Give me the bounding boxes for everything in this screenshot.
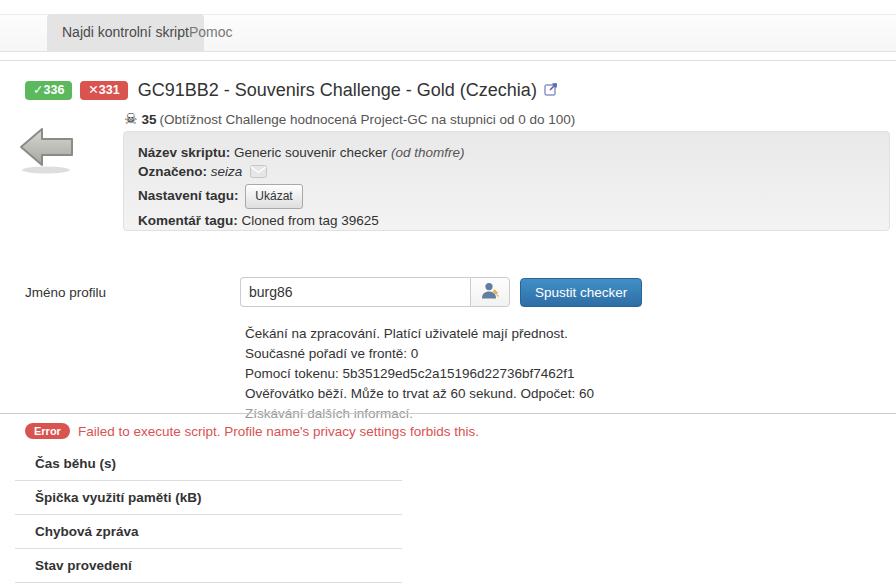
difficulty-row: ☠35(Obtížnost Challenge hodnocená Projec… (124, 110, 575, 128)
table-row-error-message[interactable]: Chybová zpráva (15, 515, 402, 549)
script-author: (od thomfre) (391, 145, 465, 160)
script-name-label: Název skriptu: (138, 145, 230, 160)
tag-comment-label: Komentář tagu: (138, 213, 238, 228)
tagged-label: Označeno: (138, 164, 207, 179)
cross-icon: ✕ (88, 83, 98, 97)
status-line: Současné pořadí ve frontě: 0 (245, 344, 594, 364)
difficulty-note: (Obtížnost Challenge hodnocená Project-G… (159, 112, 575, 127)
error-badge: Error (25, 423, 70, 439)
found-count: 336 (43, 83, 64, 97)
not-found-count: 331 (99, 83, 120, 97)
top-divider (0, 60, 896, 61)
profile-name-input[interactable] (240, 277, 470, 307)
tab-find-checker[interactable]: Najdi kontrolní skript (47, 14, 204, 51)
script-info-box: Název skriptu: Generic souvenir checker … (123, 131, 890, 231)
error-message: Failed to execute script. Profile name's… (78, 424, 479, 439)
tag-comment-value: Cloned from tag 39625 (242, 213, 379, 228)
tagged-row: Označeno: seiza (138, 162, 875, 183)
found-count-badge: ✓336 (25, 81, 72, 100)
error-row: Error Failed to execute script. Profile … (25, 423, 479, 439)
table-row-runtime[interactable]: Čas běhu (s) (15, 447, 402, 481)
profile-input-group (240, 277, 510, 307)
table-row-execution-state[interactable]: Stav provedení (15, 549, 402, 583)
page-title: GC91BB2 - Souvenirs Challenge - Gold (Cz… (138, 80, 537, 101)
check-icon: ✓ (33, 83, 43, 97)
status-line: Ověřovátko běží. Může to trvat až 60 sek… (245, 384, 594, 404)
user-edit-icon (480, 281, 500, 303)
mail-icon[interactable] (250, 166, 267, 181)
status-line: Pomocí tokenu: 5b35129ed5c2a15196d22736b… (245, 364, 594, 384)
profile-name-label: Jméno profilu (25, 285, 106, 300)
select-profile-button[interactable] (470, 277, 510, 307)
skull-icon: ☠ (124, 110, 137, 127)
script-name-row: Název skriptu: Generic souvenir checker … (138, 143, 875, 162)
back-arrow-icon[interactable] (18, 126, 76, 177)
difficulty-value: 35 (141, 112, 156, 127)
not-found-count-badge: ✕331 (80, 81, 127, 100)
show-tag-config-button[interactable]: Ukázat (245, 184, 302, 209)
tag-config-label: Nastavení tagu: (138, 188, 239, 203)
cache-header: ✓336 ✕331 GC91BB2 - Souvenirs Challenge … (25, 80, 558, 101)
tagged-value: seiza (211, 164, 243, 179)
tag-config-row: Nastavení tagu: Ukázat (138, 184, 875, 209)
external-link-icon[interactable] (544, 82, 558, 99)
section-divider (0, 413, 896, 414)
result-table: Čas běhu (s) Špička využití paměti (kB) … (15, 447, 402, 583)
status-block: Čekání na zpracování. Platící uživatelé … (245, 324, 594, 424)
status-fetching: Získávání dalších informací. (245, 404, 594, 424)
tag-comment-row: Komentář tagu: Cloned from tag 39625 (138, 211, 875, 230)
status-line: Čekání na zpracování. Platící uživatelé … (245, 324, 594, 344)
table-row-memory[interactable]: Špička využití paměti (kB) (15, 481, 402, 515)
script-name-value: Generic souvenir checker (234, 145, 387, 160)
tab-help[interactable]: Pomoc (189, 14, 233, 51)
run-checker-button[interactable]: Spustit checker (520, 278, 642, 307)
